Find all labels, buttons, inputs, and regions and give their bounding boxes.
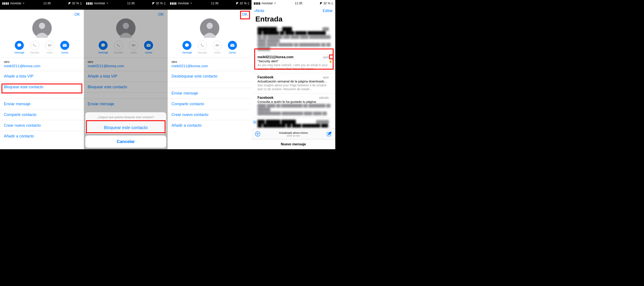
battery-label: 32 % bbox=[72, 2, 79, 5]
mail-subject: Actualización semanal de la página downl… bbox=[258, 79, 332, 83]
email-field[interactable]: otro meik0211@korea.com bbox=[0, 58, 84, 71]
send-message-link[interactable]: Enviar mensaje bbox=[168, 88, 252, 99]
svg-point-5 bbox=[123, 23, 129, 29]
call-label: llamada bbox=[30, 51, 39, 54]
message-button[interactable]: mensaje bbox=[14, 41, 24, 54]
add-contact-link[interactable]: Añadir a contacto bbox=[168, 120, 252, 131]
create-contact-link[interactable]: Crear nuevo contacto bbox=[0, 120, 84, 131]
wifi-icon: ᯤ bbox=[22, 2, 26, 5]
updated-label: Actualizado ahora mismo bbox=[279, 131, 308, 134]
share-contact-link[interactable]: Compartir contacto bbox=[0, 109, 84, 120]
mail-button[interactable]: correo bbox=[144, 41, 153, 54]
location-icon: ◤ bbox=[68, 2, 71, 5]
chevron-right-icon: › bbox=[332, 55, 333, 59]
mail-sender: Facebook bbox=[258, 75, 332, 79]
back-button[interactable]: ‹ Atrás bbox=[254, 9, 264, 13]
unread-label: 1049 sin leer bbox=[279, 134, 308, 137]
mail-subject: "Security alert" bbox=[258, 59, 332, 63]
carrier-label: movistar bbox=[10, 2, 22, 5]
field-label-other: otro bbox=[4, 60, 80, 64]
filter-icon[interactable] bbox=[255, 131, 260, 138]
wifi-icon: ᯤ bbox=[274, 2, 277, 5]
mail-item-blurred[interactable]: ███ ██████ ██████ ██████ › ██ ██████████… bbox=[252, 118, 335, 130]
message-button[interactable]: mensaje bbox=[182, 41, 192, 54]
compose-icon[interactable] bbox=[326, 131, 332, 138]
svg-rect-7 bbox=[147, 44, 150, 47]
signal-icon: ▮▮▮▮ bbox=[2, 2, 9, 5]
email-field[interactable]: otro meik0211@korea.com bbox=[84, 58, 168, 71]
battery-icon: ▯ bbox=[80, 2, 82, 5]
mail-button[interactable]: correo bbox=[60, 41, 69, 54]
mail-subject: Consulta a quién le ha gustado tu página bbox=[258, 100, 332, 103]
video-button: vídeo bbox=[45, 41, 54, 54]
video-button: vídeo bbox=[213, 41, 222, 54]
ok-button[interactable]: OK bbox=[158, 12, 164, 17]
contact-avatar bbox=[116, 19, 136, 38]
svg-rect-6 bbox=[132, 44, 134, 46]
video-button: vídeo bbox=[129, 41, 138, 54]
message-button[interactable]: mensaje bbox=[98, 41, 108, 54]
unread-dot-icon bbox=[254, 121, 256, 123]
inbox-title: Entrada bbox=[252, 14, 335, 25]
svg-point-9 bbox=[206, 23, 213, 29]
mail-preview: See insights about your Page between 6 d… bbox=[258, 83, 332, 91]
block-link[interactable]: Bloquear este contacto bbox=[84, 82, 168, 93]
edit-button[interactable]: Editar bbox=[323, 9, 333, 13]
wifi-icon: ᯤ bbox=[190, 2, 193, 5]
sheet-block-button[interactable]: Bloquear este contacto bbox=[85, 121, 166, 134]
message-label: mensaje bbox=[14, 51, 24, 54]
svg-point-12 bbox=[255, 132, 260, 136]
email-field[interactable]: otro meik0211@korea.com bbox=[168, 58, 252, 71]
hand-icon: ✋ bbox=[329, 60, 332, 63]
battery-icon: ▯ bbox=[164, 2, 166, 5]
mail-item[interactable]: Facebook ayer › Actualización semanal de… bbox=[252, 73, 335, 93]
svg-rect-10 bbox=[216, 44, 218, 46]
add-contact-link[interactable]: Añadir a contacto bbox=[0, 131, 84, 141]
signal-icon: ▮▮▮▮ bbox=[254, 2, 260, 5]
share-contact-link[interactable]: Compartir contacto bbox=[168, 99, 252, 109]
mail-label: correo bbox=[61, 51, 68, 54]
status-bar: ▮▮▮▮movistarᯤ 11:35 ◤32 %▯ bbox=[252, 0, 335, 7]
battery-icon: ▯ bbox=[248, 2, 249, 5]
send-message-link[interactable]: Enviar mensaje bbox=[0, 99, 84, 109]
vip-link[interactable]: Añadir a lista VIP bbox=[84, 71, 168, 82]
mail-time: ayer bbox=[323, 76, 329, 79]
svg-rect-11 bbox=[230, 44, 234, 47]
call-button: llamada bbox=[114, 41, 123, 54]
contact-avatar bbox=[200, 19, 219, 38]
location-icon: ◤ bbox=[152, 2, 155, 5]
mail-item-blurred[interactable]: ████████ — ████ ███ › ██ ███████ ██ ████… bbox=[252, 25, 335, 53]
call-button: llamada bbox=[30, 41, 39, 54]
status-time: 11:35 bbox=[43, 2, 51, 5]
status-bar: ▮▮▮▮movistarᯤ 11:35 ◤32 %▯ bbox=[84, 0, 168, 7]
contact-avatar bbox=[32, 19, 52, 38]
location-icon: ◤ bbox=[236, 2, 238, 5]
mail-preview: As you may have noticed, I sent you an e… bbox=[258, 63, 332, 71]
mail-item[interactable]: meik0211@korea.com ayer › ✋ "Security al… bbox=[252, 53, 335, 73]
mail-button[interactable]: correo bbox=[228, 41, 237, 54]
vip-link[interactable]: Añadir a lista VIP bbox=[0, 71, 84, 82]
new-message-bar[interactable]: Nuevo mensaje bbox=[252, 139, 335, 149]
location-icon: ◤ bbox=[320, 2, 322, 5]
create-contact-link[interactable]: Crear nuevo contacto bbox=[168, 109, 252, 120]
mail-toolbar: Actualizado ahora mismo 1049 sin leer bbox=[252, 129, 335, 139]
svg-point-1 bbox=[39, 23, 45, 29]
status-bar: ▮▮▮▮movistarᯤ 11:35 ◤32 %▯ bbox=[168, 0, 252, 7]
mail-item[interactable]: Facebook sábado › Consulta a quién le ha… bbox=[252, 94, 335, 118]
sheet-title: ¿Seguro que quieres bloquear este contac… bbox=[85, 112, 166, 121]
call-button: llamada bbox=[198, 41, 207, 54]
mail-sender: meik0211@korea.com bbox=[258, 55, 332, 59]
block-link[interactable]: Bloquear este contacto bbox=[0, 82, 84, 93]
email-value: meik0211@korea.com bbox=[4, 64, 80, 68]
ok-button[interactable]: OK bbox=[242, 12, 248, 17]
chevron-right-icon: › bbox=[332, 76, 333, 79]
ok-button[interactable]: OK bbox=[74, 12, 80, 17]
signal-icon: ▮▮▮▮ bbox=[170, 2, 177, 5]
send-message-link[interactable]: Enviar mensaje bbox=[84, 99, 168, 109]
unblock-link[interactable]: Desbloquear este contacto bbox=[168, 71, 252, 82]
svg-rect-3 bbox=[63, 44, 67, 47]
mail-time: sábado bbox=[319, 96, 329, 99]
chevron-right-icon: › bbox=[332, 96, 333, 99]
action-sheet: ¿Seguro que quieres bloquear este contac… bbox=[85, 112, 166, 148]
sheet-cancel-button[interactable]: Cancelar bbox=[85, 135, 166, 148]
